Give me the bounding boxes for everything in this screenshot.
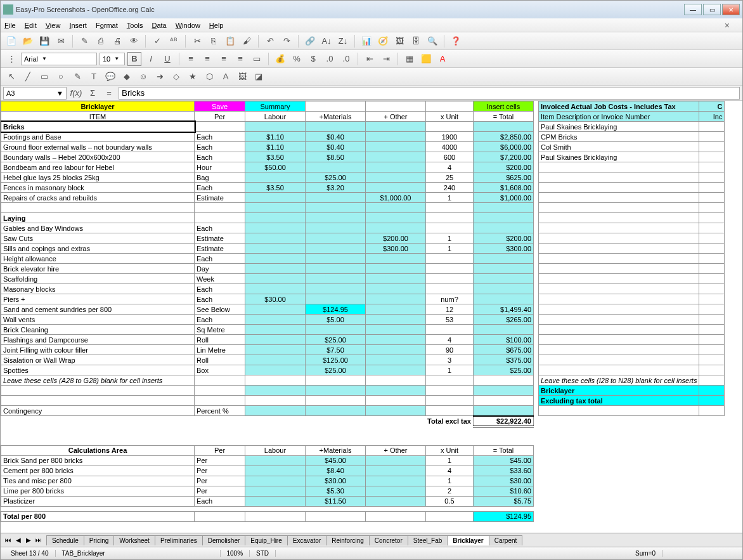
sheet-tab-steel_fab[interactable]: Steel_Fab: [408, 535, 448, 545]
line-icon[interactable]: ╱: [21, 70, 35, 84]
sheet-tab-demolisher[interactable]: Demolisher: [202, 535, 246, 545]
insert-cells-button[interactable]: Insert cells: [474, 101, 534, 112]
menu-data[interactable]: Data: [152, 22, 166, 29]
autospell-icon[interactable]: ᴬᴮ: [167, 34, 181, 48]
invoiced-title[interactable]: Invoiced Actual Job Costs - Includes Tax: [539, 101, 699, 112]
fontwork-icon[interactable]: A: [219, 70, 233, 84]
currency-icon[interactable]: 💰: [273, 52, 287, 66]
add-decimal-icon[interactable]: .0: [323, 52, 337, 66]
tab-last-icon[interactable]: ⏭: [34, 537, 44, 544]
align-justify-icon[interactable]: ≡: [233, 52, 247, 66]
datasource-icon[interactable]: 🗄: [409, 34, 423, 48]
shapes-icon[interactable]: ◆: [120, 70, 134, 84]
tab-first-icon[interactable]: ⏮: [3, 537, 13, 544]
redo-icon[interactable]: ↷: [280, 34, 294, 48]
menu-format[interactable]: Format: [96, 22, 118, 29]
font-name-combo[interactable]: Arial▼: [21, 53, 97, 65]
summary-button-cell[interactable]: Summary: [245, 101, 306, 112]
align-center-icon[interactable]: ≡: [200, 52, 214, 66]
format-paint-icon[interactable]: 🖌: [240, 34, 254, 48]
styles-icon[interactable]: ⋮: [4, 52, 18, 66]
formula-input[interactable]: [119, 87, 740, 100]
zoom-icon[interactable]: 🔍: [425, 34, 439, 48]
menu-edit[interactable]: Edit: [25, 22, 37, 29]
equals-icon[interactable]: =: [102, 86, 116, 100]
spellcheck-icon[interactable]: ✓: [150, 34, 164, 48]
hyperlink-icon[interactable]: 🔗: [303, 34, 317, 48]
merge-icon[interactable]: ▭: [250, 52, 264, 66]
bold-icon[interactable]: B: [127, 52, 141, 66]
text-icon[interactable]: T: [87, 70, 101, 84]
sheet-tab-equip_hire[interactable]: Equip_Hire: [245, 535, 287, 545]
symbol-icon[interactable]: ☺: [136, 70, 150, 84]
menu-tools[interactable]: Tools: [127, 22, 143, 29]
sort-asc-icon[interactable]: A↓: [320, 34, 333, 48]
borders-icon[interactable]: ▦: [403, 52, 417, 66]
chart-icon[interactable]: 📊: [359, 34, 373, 48]
menu-file[interactable]: File: [4, 22, 16, 29]
callout-icon[interactable]: 💬: [103, 70, 117, 84]
edit-icon[interactable]: ✎: [77, 34, 91, 48]
status-zoom[interactable]: 100%: [221, 550, 250, 557]
fontcolor-icon[interactable]: A: [436, 52, 449, 66]
align-left-icon[interactable]: ≡: [184, 52, 198, 66]
menu-view[interactable]: View: [46, 22, 61, 29]
sheet-tab-carpent[interactable]: Carpent: [489, 535, 523, 545]
menu-window[interactable]: Window: [176, 22, 200, 29]
email-icon[interactable]: ✉: [54, 34, 68, 48]
tab-next-icon[interactable]: ▶: [23, 537, 34, 544]
bgcolor-icon[interactable]: 🟨: [419, 52, 433, 66]
align-right-icon[interactable]: ≡: [217, 52, 231, 66]
sheet-tab-schedule[interactable]: Schedule: [46, 535, 84, 545]
save-button-cell[interactable]: Save: [195, 101, 245, 112]
sheet-tab-preliminaries[interactable]: Preliminaries: [155, 535, 203, 545]
sort-desc-icon[interactable]: Z↓: [336, 34, 350, 48]
menu-insert[interactable]: Insert: [69, 22, 87, 29]
open-icon[interactable]: 📂: [21, 34, 35, 48]
points-icon[interactable]: ⬡: [202, 70, 216, 84]
number-icon[interactable]: $: [306, 52, 320, 66]
percent-icon[interactable]: %: [290, 52, 304, 66]
sheet-tab-concretor[interactable]: Concretor: [369, 535, 408, 545]
function-wizard-icon[interactable]: f(x): [69, 86, 83, 100]
sheet-tab-bricklayer[interactable]: Bricklayer: [447, 535, 489, 545]
italic-icon[interactable]: I: [144, 52, 158, 66]
cell-a3[interactable]: Bricks: [1, 122, 195, 132]
indent-inc-icon[interactable]: ⇥: [379, 52, 393, 66]
undo-icon[interactable]: ↶: [263, 34, 277, 48]
minimize-button[interactable]: —: [684, 4, 702, 15]
sheet-tab-worksheet[interactable]: Worksheet: [113, 535, 155, 545]
doc-close-icon[interactable]: ×: [725, 20, 730, 30]
close-button[interactable]: ✕: [722, 4, 740, 15]
navigator-icon[interactable]: 🧭: [376, 34, 390, 48]
arrows-icon[interactable]: ➜: [153, 70, 167, 84]
flowchart-icon[interactable]: ◇: [169, 70, 183, 84]
rect-icon[interactable]: ▭: [37, 70, 51, 84]
help-icon[interactable]: ❓: [449, 34, 463, 48]
cell-reference-box[interactable]: A3▼: [3, 87, 67, 100]
menu-help[interactable]: Help: [209, 22, 224, 29]
print-icon[interactable]: 🖨: [110, 34, 124, 48]
save-icon[interactable]: 💾: [37, 34, 51, 48]
paste-icon[interactable]: 📋: [223, 34, 237, 48]
sum-icon[interactable]: Σ: [86, 86, 100, 100]
sheet-tab-reinforcing[interactable]: Reinforcing: [326, 535, 370, 545]
new-icon[interactable]: 📄: [4, 34, 18, 48]
gallery-icon[interactable]: 🖼: [392, 34, 406, 48]
select-icon[interactable]: ↖: [4, 70, 18, 84]
sheet-tab-excavator[interactable]: Excavator: [287, 535, 326, 545]
tab-prev-icon[interactable]: ◀: [13, 537, 23, 544]
preview-icon[interactable]: 👁: [127, 34, 141, 48]
sheet-tab-pricing[interactable]: Pricing: [84, 535, 115, 545]
underline-icon[interactable]: U: [160, 52, 174, 66]
indent-dec-icon[interactable]: ⇤: [363, 52, 377, 66]
header-bricklayer[interactable]: Bricklayer: [1, 101, 195, 112]
cut-icon[interactable]: ✂: [190, 34, 204, 48]
extrusion-icon[interactable]: ◪: [252, 70, 266, 84]
font-size-combo[interactable]: 10▼: [100, 53, 125, 65]
freeform-icon[interactable]: ✎: [70, 70, 84, 84]
spreadsheet-area[interactable]: Bricklayer Save Summary Insert cells Inv…: [1, 101, 742, 533]
stars-icon[interactable]: ★: [186, 70, 200, 84]
pdf-icon[interactable]: ⎙: [94, 34, 108, 48]
maximize-button[interactable]: ▭: [703, 4, 721, 15]
